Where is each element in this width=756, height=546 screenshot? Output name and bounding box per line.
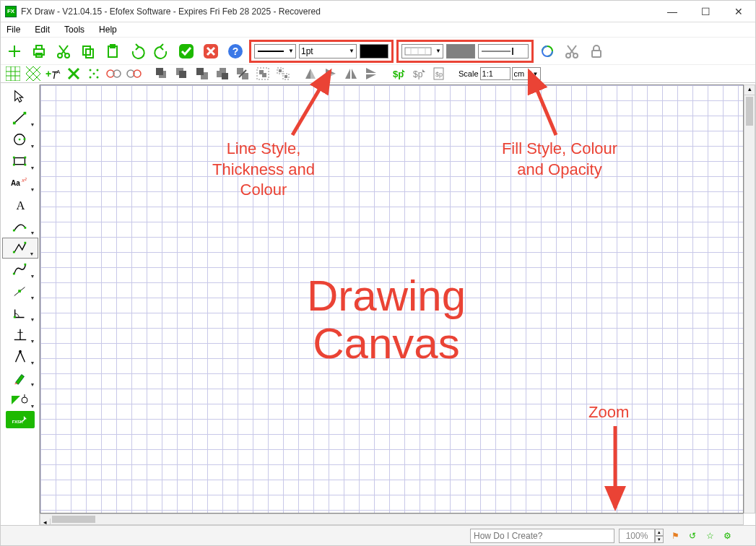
window-title: FX Draw - V21.04.15 - Efofex Software - …	[21, 6, 656, 17]
text-tool[interactable]: A	[2, 194, 38, 215]
select-tool[interactable]	[2, 86, 38, 107]
accept-button[interactable]	[175, 40, 197, 62]
svg-point-89	[18, 138, 20, 140]
mirror-v-button[interactable]	[362, 65, 381, 82]
cut-button[interactable]	[53, 40, 74, 62]
reject-button[interactable]	[200, 40, 222, 62]
param2-button[interactable]: $p	[409, 65, 428, 82]
svg-point-113	[19, 350, 22, 352]
svg-text:x²: x²	[21, 177, 27, 183]
settings-icon[interactable]: ⚙	[720, 529, 734, 543]
svg-rect-55	[156, 68, 163, 75]
svg-rect-102	[24, 241, 26, 243]
undo-button[interactable]	[126, 40, 148, 62]
bring-forward-button[interactable]	[173, 65, 191, 82]
svg-rect-107	[13, 316, 15, 318]
svg-text:$p: $p	[435, 71, 443, 78]
perp-tool[interactable]	[2, 324, 38, 345]
delete-button[interactable]	[64, 65, 83, 82]
help-button[interactable]: ?	[225, 40, 246, 62]
svg-point-115	[22, 397, 27, 403]
pen-tool[interactable]	[2, 259, 38, 280]
svg-rect-68	[262, 73, 266, 77]
mirror-h-button[interactable]	[342, 65, 360, 82]
marker-tool[interactable]	[2, 368, 38, 389]
angle-tool[interactable]	[2, 303, 38, 324]
equation-tool[interactable]: Aax²	[2, 173, 38, 194]
menu-file[interactable]: File	[4, 24, 23, 35]
main-toolbar: ? 1pt	[1, 37, 755, 64]
points-button[interactable]	[84, 65, 103, 82]
paste-button[interactable]	[102, 40, 123, 62]
zoom-spinner[interactable]: ▴▾	[655, 529, 664, 543]
arrange-button[interactable]	[233, 65, 252, 82]
horizontal-scrollbar[interactable]: ◂	[40, 514, 744, 525]
svg-rect-28	[592, 51, 601, 57]
redo-button[interactable]	[151, 40, 173, 62]
send-backward-button[interactable]	[193, 65, 212, 82]
lock-button[interactable]	[586, 40, 607, 62]
svg-rect-72	[284, 75, 287, 78]
isogrid-button[interactable]	[24, 65, 43, 82]
point-tool[interactable]	[2, 281, 38, 302]
line-tool[interactable]	[2, 108, 38, 129]
svg-marker-76	[326, 74, 336, 79]
maximize-button[interactable]: ☐	[689, 1, 722, 22]
polyline-tool[interactable]	[2, 238, 38, 259]
secondary-toolbar: +TA $p $p $p Scale cm	[1, 64, 755, 83]
print-button[interactable]	[28, 40, 50, 62]
send-back-button[interactable]	[213, 65, 232, 82]
menu-help[interactable]: Help	[96, 24, 120, 35]
scale-input[interactable]	[480, 67, 510, 80]
svg-rect-100	[24, 227, 26, 229]
curve-tool[interactable]	[2, 216, 38, 237]
group-button[interactable]	[253, 65, 272, 82]
link1-button[interactable]	[105, 65, 123, 82]
svg-text:+: +	[45, 68, 51, 79]
history-icon[interactable]: ↺	[685, 529, 700, 543]
menu-tools[interactable]: Tools	[61, 24, 87, 35]
circle-tool[interactable]	[2, 129, 38, 150]
line-style-dropdown[interactable]	[254, 44, 296, 58]
favorite-icon[interactable]: ☆	[703, 529, 717, 543]
line-color-swatch[interactable]	[360, 44, 388, 58]
zoom-value[interactable]: 100%	[619, 529, 655, 543]
ruler-tool[interactable]	[2, 389, 38, 410]
copy-button[interactable]	[77, 40, 99, 62]
fill-pattern-dropdown[interactable]	[401, 44, 443, 58]
line-thickness-dropdown[interactable]: 1pt	[299, 44, 357, 58]
svg-point-49	[93, 73, 95, 75]
svg-point-45	[90, 69, 92, 72]
unit-dropdown[interactable]: cm	[512, 67, 541, 80]
line-thickness-value: 1pt	[301, 46, 313, 56]
link2-button[interactable]	[125, 65, 144, 82]
snap-text-button[interactable]: +TA	[44, 65, 63, 82]
new-button[interactable]	[4, 40, 25, 62]
bring-front-button[interactable]	[152, 65, 171, 82]
svg-rect-91	[14, 157, 25, 164]
app-icon: FX	[5, 6, 17, 17]
param-doc-button[interactable]: $p	[430, 65, 448, 82]
close-button[interactable]: ✕	[722, 1, 755, 22]
grid-button[interactable]	[4, 65, 22, 82]
help-search-input[interactable]	[470, 529, 614, 543]
canvas-area: ▴ ◂ Line Style, Thickness and Colour Fil…	[40, 84, 755, 525]
svg-marker-77	[345, 69, 350, 79]
flip-right-button[interactable]	[301, 65, 320, 82]
fill-color-swatch[interactable]	[446, 44, 475, 58]
refresh-button[interactable]	[536, 40, 558, 62]
annotation-canvas: Drawing Canvas	[256, 272, 516, 368]
cut-tool-button[interactable]	[561, 40, 583, 62]
ungroup-button[interactable]	[274, 65, 292, 82]
vertical-scrollbar[interactable]: ▴	[744, 84, 755, 514]
compass-tool[interactable]	[2, 346, 38, 367]
flip-down-button[interactable]	[321, 65, 340, 82]
minimize-button[interactable]: —	[656, 1, 689, 22]
rect-tool[interactable]	[2, 151, 38, 172]
workarea: Aax² A FXSK ▴ ◂ Line Style, Thickness an…	[1, 84, 755, 525]
fxsk-tool[interactable]: FXSK	[6, 411, 35, 428]
opacity-slider[interactable]	[478, 44, 529, 58]
param-button[interactable]: $p	[389, 65, 408, 82]
flag-icon[interactable]: ⚑	[668, 529, 682, 543]
menu-edit[interactable]: Edit	[32, 24, 53, 35]
